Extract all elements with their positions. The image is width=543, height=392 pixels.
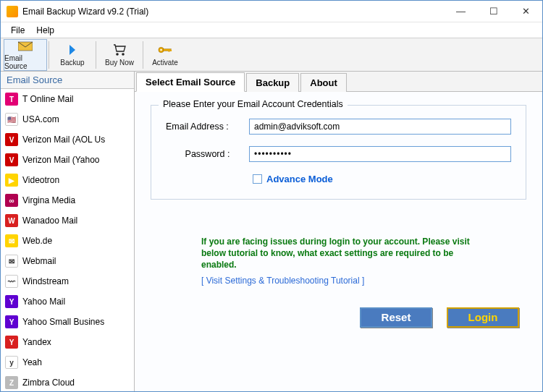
toolbar-separator	[96, 41, 96, 69]
tutorial-link[interactable]: [ Visit Settings & Troubleshooting Tutor…	[201, 276, 526, 286]
source-label: Verizon Mail (AOL Us	[22, 135, 105, 145]
toolbar-backup[interactable]: Backup	[51, 39, 94, 71]
content: Select Email Source Backup About Please …	[135, 72, 542, 391]
sidebar-item[interactable]: 〰Windstream	[1, 271, 134, 291]
password-label: Password :	[166, 149, 249, 159]
advance-mode-label[interactable]: Advance Mode	[266, 174, 333, 184]
backup-icon	[65, 43, 80, 57]
app-icon	[7, 6, 18, 17]
source-icon: Y	[5, 336, 18, 349]
source-icon: V	[5, 133, 18, 146]
email-label: Email Address :	[166, 122, 249, 132]
toolbar-email-source-label: Email Source	[4, 54, 46, 70]
maximize-button[interactable]: ☐	[477, 1, 510, 22]
source-icon: 〰	[5, 275, 18, 288]
sidebar-item[interactable]: ZZimbra Cloud	[1, 372, 134, 391]
source-icon: ✉	[5, 234, 18, 247]
password-field[interactable]	[249, 146, 511, 162]
sidebar-item[interactable]: yYeah	[1, 352, 134, 372]
source-icon: Y	[5, 315, 18, 328]
sidebar-item[interactable]: ✉Webmail	[1, 251, 134, 271]
svg-rect-7	[170, 50, 172, 51]
close-button[interactable]: ✕	[510, 1, 542, 22]
sidebar: Email Source TT Online Mail🇺🇸USA.comVVer…	[1, 72, 135, 391]
panel: Please Enter your Email Account Credenti…	[135, 92, 542, 391]
tab-backup[interactable]: Backup	[246, 73, 299, 92]
toolbar-activate-label: Activate	[152, 59, 178, 67]
toolbar-separator	[143, 41, 143, 69]
credentials-fieldset: Please Enter your Email Account Credenti…	[151, 105, 526, 200]
sidebar-item[interactable]: 🇺🇸USA.com	[1, 109, 134, 129]
toolbar-activate[interactable]: Activate	[145, 39, 185, 71]
toolbar: Email Source Backup Buy Now Activate	[1, 38, 542, 72]
source-icon: ✉	[5, 255, 18, 268]
source-icon: 🇺🇸	[5, 113, 18, 126]
source-label: USA.com	[22, 114, 59, 124]
source-icon: Y	[5, 295, 18, 308]
toolbar-email-source[interactable]: Email Source	[4, 39, 47, 71]
source-icon: T	[5, 93, 18, 106]
sidebar-item[interactable]: YYahoo Small Busines	[1, 312, 134, 332]
source-icon: ▶	[5, 174, 18, 187]
menubar: File Help	[1, 22, 542, 38]
svg-rect-5	[163, 49, 171, 51]
sidebar-item[interactable]: ▶Videotron	[1, 170, 134, 190]
email-field[interactable]	[249, 119, 511, 135]
svg-point-1	[116, 53, 119, 56]
window-controls: — ☐ ✕	[445, 1, 542, 22]
source-label: Windstream	[22, 276, 69, 286]
menu-file[interactable]: File	[5, 24, 30, 37]
advance-mode-checkbox[interactable]	[253, 174, 262, 184]
sidebar-item[interactable]: VVerizon Mail (Yahoo	[1, 150, 134, 170]
toolbar-buy-now[interactable]: Buy Now	[98, 39, 141, 71]
sidebar-item[interactable]: VVerizon Mail (AOL Us	[1, 129, 134, 150]
sidebar-item[interactable]: ∞Virgina Media	[1, 190, 134, 210]
source-icon: W	[5, 214, 18, 227]
toolbar-buy-now-label: Buy Now	[105, 59, 134, 67]
titlebar: Email Backup Wizard v9.2 (Trial) — ☐ ✕	[1, 1, 542, 22]
window-title: Email Backup Wizard v9.2 (Trial)	[22, 7, 445, 17]
fieldset-legend: Please Enter your Email Account Credenti…	[159, 99, 348, 109]
sidebar-item[interactable]: YYahoo Mail	[1, 291, 134, 312]
source-label: Yandex	[22, 337, 51, 347]
sidebar-item[interactable]: TT Online Mail	[1, 89, 134, 109]
key-icon	[158, 43, 172, 57]
toolbar-backup-label: Backup	[60, 59, 84, 67]
source-label: Wanadoo Mail	[22, 216, 77, 226]
source-label: Yahoo Mail	[22, 297, 65, 307]
source-label: T Online Mail	[22, 94, 73, 104]
tab-about[interactable]: About	[300, 73, 347, 92]
sidebar-item[interactable]: WWanadoo Mail	[1, 210, 134, 231]
source-label: Videotron	[22, 175, 59, 185]
main: Email Source TT Online Mail🇺🇸USA.comVVer…	[1, 72, 542, 391]
tab-select-email-source[interactable]: Select Email Source	[136, 72, 245, 92]
login-button[interactable]: Login	[447, 307, 519, 328]
reset-button[interactable]: Reset	[360, 307, 432, 328]
source-icon: ∞	[5, 194, 18, 207]
svg-rect-6	[169, 50, 170, 52]
source-label: Yahoo Small Busines	[22, 317, 104, 327]
source-label: Web.de	[22, 236, 52, 246]
sidebar-item[interactable]: YYandex	[1, 332, 134, 352]
source-label: Zimbra Cloud	[22, 378, 75, 388]
source-label: Webmail	[22, 256, 56, 266]
menu-help[interactable]: Help	[30, 24, 60, 37]
source-icon: y	[5, 356, 18, 369]
svg-point-2	[122, 53, 125, 56]
source-label: Virgina Media	[22, 195, 75, 205]
cart-icon	[112, 43, 127, 57]
source-icon: Z	[5, 376, 18, 389]
svg-point-4	[160, 49, 162, 51]
toolbar-separator	[49, 41, 49, 69]
advance-mode-row: Advance Mode	[253, 174, 511, 184]
sidebar-item[interactable]: ✉Web.de	[1, 231, 134, 251]
email-row: Email Address :	[166, 119, 511, 135]
sidebar-list[interactable]: TT Online Mail🇺🇸USA.comVVerizon Mail (AO…	[1, 89, 134, 391]
help-text: If you are facing issues during login to…	[201, 236, 476, 271]
source-label: Yeah	[22, 357, 42, 367]
button-row: Reset Login	[151, 307, 526, 328]
sidebar-header: Email Source	[1, 72, 134, 89]
minimize-button[interactable]: —	[445, 1, 477, 22]
source-icon: V	[5, 153, 18, 166]
source-label: Verizon Mail (Yahoo	[22, 155, 100, 165]
